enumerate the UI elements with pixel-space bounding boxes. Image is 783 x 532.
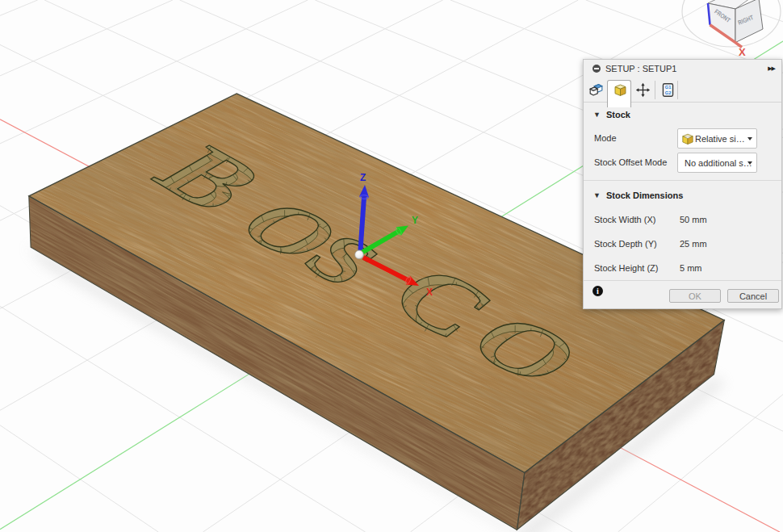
svg-text:Y: Y [412, 215, 418, 226]
svg-text:G1: G1 [665, 85, 672, 90]
svg-text:X: X [426, 287, 433, 298]
svg-text:Z: Z [360, 172, 366, 183]
svg-text:X: X [739, 46, 746, 58]
svg-text:G2: G2 [665, 90, 672, 95]
